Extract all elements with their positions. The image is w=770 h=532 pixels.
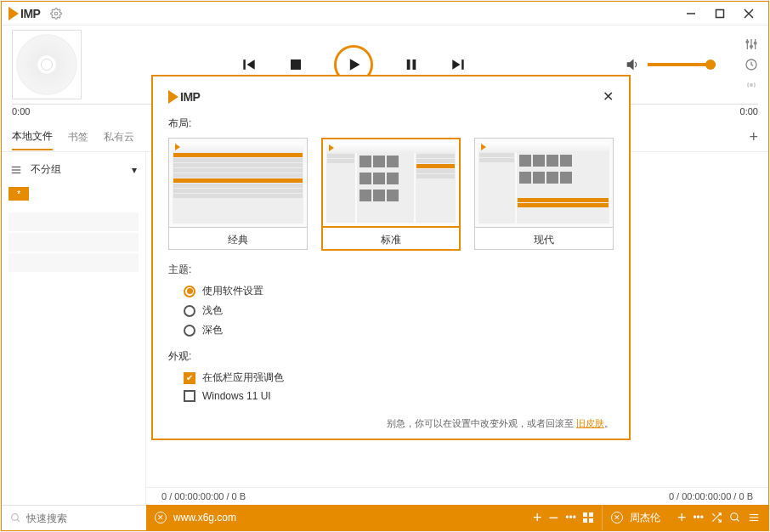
- layout-option-standard[interactable]: 标准: [321, 138, 461, 251]
- theme-label-0: 使用软件设置: [202, 284, 263, 298]
- dialog-footer: 别急，你可以在设置中改变外观，或者回滚至 旧皮肤。: [168, 417, 614, 430]
- volume-icon[interactable]: [626, 57, 641, 72]
- left-panel: 不分组 ▾ *: [2, 152, 146, 505]
- svg-rect-5: [243, 59, 246, 70]
- dialog-title: IMP: [180, 90, 200, 104]
- layout-option-classic[interactable]: 经典: [168, 138, 308, 251]
- playlist-tab-1-label: www.x6g.com: [173, 512, 236, 524]
- svg-point-18: [750, 45, 753, 48]
- svg-rect-27: [583, 512, 587, 517]
- theme-option-dark[interactable]: 深色: [184, 323, 614, 337]
- add-icon[interactable]: +: [677, 509, 687, 527]
- svg-rect-7: [291, 59, 301, 70]
- dialog-logo: IMP: [168, 90, 200, 104]
- settings-gear-icon[interactable]: [50, 8, 62, 20]
- pause-button[interactable]: [404, 57, 419, 72]
- remove-icon[interactable]: −: [549, 508, 559, 528]
- svg-rect-10: [413, 59, 416, 70]
- layout-label-standard: 标准: [321, 228, 461, 251]
- list-item[interactable]: [8, 212, 139, 231]
- broadcast-icon[interactable]: [745, 78, 758, 92]
- playlist-tab-2[interactable]: ✕ 周杰伦: [603, 505, 669, 530]
- add-tab-button[interactable]: +: [749, 128, 758, 151]
- clock-icon[interactable]: [745, 58, 758, 71]
- search-input[interactable]: [26, 512, 154, 524]
- tab-local-files[interactable]: 本地文件: [12, 129, 53, 150]
- more-icon[interactable]: •••: [693, 512, 704, 524]
- menu-icon[interactable]: [748, 512, 760, 524]
- svg-point-25: [12, 514, 19, 521]
- svg-rect-28: [589, 512, 593, 517]
- filter-chip[interactable]: *: [8, 187, 29, 201]
- window-controls: [678, 4, 762, 23]
- svg-point-19: [754, 42, 756, 44]
- grid-icon[interactable]: [583, 512, 593, 523]
- close-button[interactable]: [736, 4, 762, 23]
- playlist-tab-1[interactable]: ✕ www.x6g.com: [146, 505, 524, 530]
- layout-option-modern[interactable]: 现代: [474, 138, 614, 251]
- theme-option-software[interactable]: 使用软件设置: [184, 284, 614, 298]
- more-icon[interactable]: •••: [565, 512, 576, 524]
- svg-line-26: [17, 519, 20, 522]
- theme-option-light[interactable]: 浅色: [184, 303, 614, 318]
- checkbox-icon: [184, 390, 195, 402]
- appearance-option-accent[interactable]: ✔在低栏应用强调色: [184, 371, 614, 385]
- dialog-header: IMP ✕: [168, 88, 614, 105]
- prev-button[interactable]: [241, 56, 258, 73]
- footer-text-prefix: 别急，你可以在设置中改变外观，或者回滚至: [387, 418, 576, 428]
- add-icon[interactable]: +: [533, 509, 542, 527]
- radio-icon: [184, 286, 195, 297]
- layout-label-classic: 经典: [168, 228, 308, 250]
- search-icon: [10, 512, 21, 524]
- appearance-dialog: IMP ✕ 布局: 经典 标准 现代 主题: 使用软件设置 浅色 深色 外观: …: [151, 75, 631, 440]
- album-art[interactable]: [12, 30, 82, 99]
- theme-section-label: 主题:: [168, 263, 614, 277]
- svg-marker-13: [627, 60, 633, 70]
- list-item[interactable]: [8, 233, 139, 252]
- footer-text-suffix: 。: [604, 418, 614, 428]
- layout-label-modern: 现代: [474, 228, 614, 250]
- volume-slider[interactable]: [648, 63, 716, 66]
- appearance-section-label: 外观:: [168, 349, 614, 364]
- close-tab-icon[interactable]: ✕: [611, 512, 623, 524]
- svg-marker-11: [452, 59, 460, 70]
- shuffle-icon[interactable]: [711, 512, 722, 524]
- minimize-button[interactable]: [678, 4, 704, 23]
- layout-options: 经典 标准 现代: [168, 138, 614, 251]
- app-name: IMP: [20, 7, 40, 20]
- titlebar: IMP: [2, 2, 768, 25]
- chevron-down-icon: ▾: [132, 164, 137, 176]
- playlist-tools-2: + •••: [669, 505, 768, 530]
- app-logo: IMP: [8, 7, 40, 20]
- svg-rect-29: [583, 518, 587, 523]
- logo-icon: [168, 90, 178, 104]
- dialog-close-button[interactable]: ✕: [603, 88, 614, 105]
- tab-bookmarks[interactable]: 书签: [68, 130, 88, 150]
- volume-control[interactable]: [626, 57, 716, 72]
- svg-point-21: [750, 84, 753, 87]
- maximize-button[interactable]: [707, 4, 733, 23]
- grouping-label: 不分组: [31, 162, 61, 177]
- close-tab-icon[interactable]: ✕: [155, 512, 167, 524]
- list-item[interactable]: [8, 253, 139, 272]
- svg-point-0: [55, 12, 59, 15]
- playlist-tools-1: + − •••: [524, 505, 602, 530]
- svg-marker-8: [350, 59, 360, 70]
- svg-point-17: [746, 41, 749, 43]
- appearance-label-1: Windows 11 UI: [202, 390, 271, 402]
- tab-private-cloud[interactable]: 私有云: [104, 130, 134, 150]
- grouping-selector[interactable]: 不分组 ▾: [8, 159, 139, 180]
- search-icon[interactable]: [729, 512, 741, 524]
- quick-search[interactable]: [2, 505, 146, 530]
- stop-button[interactable]: [288, 57, 303, 72]
- radio-icon: [184, 305, 195, 317]
- appearance-option-win11[interactable]: Windows 11 UI: [184, 390, 614, 402]
- equalizer-icon[interactable]: [745, 37, 758, 51]
- footer-stats: 0 / 00:00:00:00 / 0 B 0 / 00:00:00:00 / …: [146, 487, 768, 505]
- playlist-tab-2-label: 周杰伦: [630, 511, 660, 525]
- time-current: 0:00: [12, 106, 30, 116]
- footer-link-old-skin[interactable]: 旧皮肤: [576, 418, 604, 428]
- svg-rect-30: [589, 518, 593, 523]
- next-button[interactable]: [450, 56, 467, 73]
- side-tools: [745, 37, 758, 92]
